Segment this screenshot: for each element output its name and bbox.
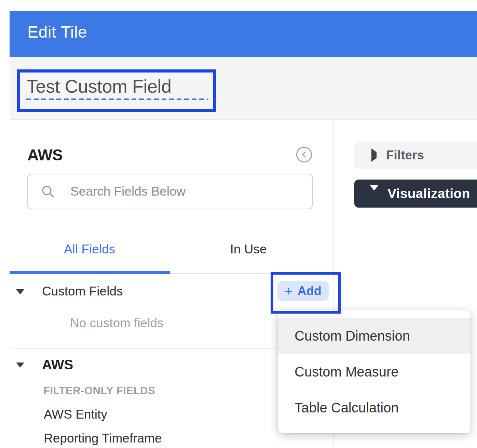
caret-right-icon	[371, 152, 377, 158]
menu-item-custom-dimension[interactable]: Custom Dimension	[278, 318, 471, 354]
caret-down-white-icon	[370, 190, 379, 197]
custom-fields-caret-down-icon[interactable]	[16, 289, 24, 294]
filter-only-fields-label: FILTER-ONLY FIELDS	[43, 386, 155, 396]
search-input[interactable]	[70, 184, 296, 199]
explore-heading: AWS	[27, 146, 63, 164]
tile-title-input[interactable]: Test Custom Field	[27, 76, 172, 96]
aws-section-caret-down-icon[interactable]	[16, 363, 24, 368]
menu-item-custom-measure[interactable]: Custom Measure	[278, 354, 471, 390]
custom-fields-section-label[interactable]: Custom Fields	[42, 284, 123, 299]
visualization-label: Visualization	[387, 186, 470, 201]
no-custom-fields-text: No custom fields	[70, 316, 164, 331]
aws-section-label[interactable]: AWS	[42, 357, 73, 372]
menu-item-table-calculation[interactable]: Table Calculation	[278, 390, 471, 426]
visualization-section-header[interactable]: Visualization	[354, 180, 477, 208]
dialog-titlebar: Edit Tile	[10, 11, 477, 57]
plus-icon: +	[285, 284, 292, 298]
edit-tile-dialog: Edit Tile Test Custom Field AWS All Fiel…	[0, 0, 477, 448]
tile-title-underline	[26, 98, 208, 100]
field-search-box[interactable]	[27, 174, 313, 209]
add-button-label: Add	[298, 284, 322, 298]
active-tab-indicator	[10, 271, 170, 274]
filters-section-header[interactable]: Filters	[354, 141, 477, 169]
filters-label: Filters	[386, 148, 424, 162]
search-icon	[40, 184, 55, 199]
field-item-reporting-timeframe[interactable]: Reporting Timeframe	[44, 432, 162, 445]
add-custom-field-button[interactable]: + Add	[277, 281, 329, 301]
dialog-title: Edit Tile	[27, 23, 87, 41]
tab-all-fields[interactable]: All Fields	[64, 242, 115, 257]
field-item-aws-entity[interactable]: AWS Entity	[44, 408, 107, 421]
collapse-panel-button[interactable]	[296, 147, 312, 162]
tab-in-use[interactable]: In Use	[230, 242, 267, 257]
chevron-left-icon	[299, 149, 309, 160]
add-field-menu: Custom Dimension Custom Measure Table Ca…	[278, 310, 471, 433]
